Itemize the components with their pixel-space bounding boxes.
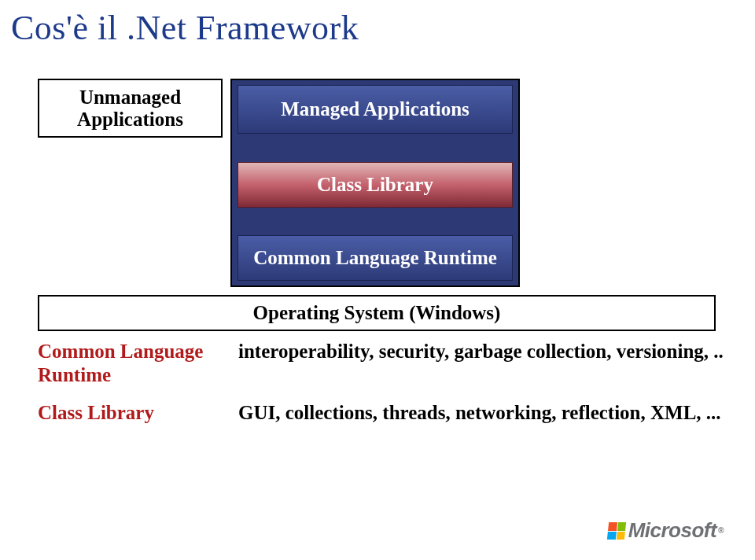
def-classlib-term: Class Library (38, 401, 238, 425)
def-classlib-desc: GUI, collections, threads, networking, r… (238, 401, 730, 425)
microsoft-logo-reg: ® (718, 526, 724, 535)
managed-stack: Managed Applications Class Library Commo… (230, 79, 520, 287)
slide-title: Cos'è il .Net Framework (11, 8, 359, 48)
class-library-cell: Class Library (238, 162, 513, 208)
clr-cell: Common Language Runtime (238, 235, 513, 281)
definitions: Common Language Runtime interoperability… (38, 340, 730, 439)
def-classlib-row: Class Library GUI, collections, threads,… (38, 401, 730, 425)
def-clr-term-line2: Runtime (38, 363, 238, 387)
def-clr-row: Common Language Runtime interoperability… (38, 340, 730, 387)
unmanaged-apps-box: Unmanaged Applications (38, 79, 223, 138)
def-clr-desc: interoperability, security, garbage coll… (238, 340, 730, 387)
os-box: Operating System (Windows) (38, 295, 716, 331)
managed-apps-cell: Managed Applications (238, 85, 513, 134)
microsoft-flag-icon (606, 522, 625, 540)
microsoft-logo: Microsoft ® (608, 518, 724, 543)
microsoft-logo-text: Microsoft (628, 518, 717, 543)
def-clr-term-line1: Common Language (38, 340, 238, 363)
unmanaged-line2: Applications (77, 109, 183, 131)
unmanaged-line1: Unmanaged (79, 87, 181, 109)
def-clr-term: Common Language Runtime (38, 340, 238, 387)
